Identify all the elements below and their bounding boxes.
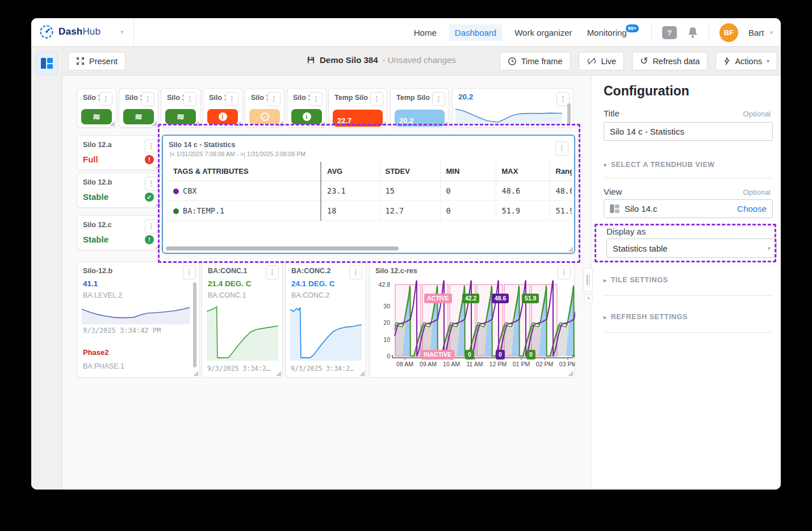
resize-handle[interactable]	[152, 121, 157, 126]
resize-handle[interactable]	[568, 246, 573, 252]
tile-menu-button[interactable]: ⋮	[370, 92, 383, 106]
tile-menu-button[interactable]: ⋮	[225, 92, 238, 106]
resize-handle[interactable]	[568, 371, 573, 376]
time-frame-button[interactable]: Time frame	[500, 52, 571, 70]
resize-handle[interactable]	[155, 164, 160, 169]
nav-item-work-organizer[interactable]: Work organizer	[512, 24, 574, 41]
nav-divider	[709, 25, 709, 40]
section-select-trendhub-view[interactable]: ▾SELECT A TRENDHUB VIEW	[604, 161, 715, 169]
actions-button[interactable]: Actions ▾	[715, 52, 777, 70]
tile-menu-button[interactable]: ⋮	[145, 139, 158, 153]
svg-text:0: 0	[387, 353, 390, 359]
tile-silo-12c-res[interactable]: Silo 12.c-res ⋮ 42.8302010008 AM09 AM10 …	[369, 261, 575, 378]
status-text: Stable	[83, 235, 108, 244]
tile-menu-button[interactable]: ⋮	[145, 177, 158, 191]
tile-silo-4[interactable]: Silo 1 ⋮ i	[203, 88, 242, 128]
resize-handle[interactable]	[380, 121, 386, 126]
tile-silo-12c[interactable]: Silo 12.c ⋮ Stable !	[77, 215, 162, 250]
panel-resize-handle[interactable]	[583, 268, 593, 292]
tile-ba-conc-2[interactable]: BA:CONC.2 ⋮ 24.1 DEG. C BA:CONC.2 9/3/20…	[285, 261, 366, 378]
chevron-right-icon: ▸	[604, 277, 607, 283]
tile-title: Silo 12.b	[83, 178, 112, 186]
tile-menu-button[interactable]: ⋮	[432, 92, 445, 106]
resize-handle[interactable]	[276, 371, 281, 376]
tile-value: 24.1 DEG. C	[291, 279, 335, 288]
view-field[interactable]: Silo 14.c Choose	[604, 199, 773, 218]
svg-text:10 AM: 10 AM	[443, 361, 460, 367]
sidebar-item-dashboards[interactable]	[36, 51, 58, 75]
nav-item-dashboard[interactable]: Dashboard	[449, 24, 502, 41]
brand-logo[interactable]: DashHub ▾	[39, 24, 124, 40]
resize-handle[interactable]	[193, 371, 198, 376]
section-tile-settings[interactable]: ▸TILE SETTINGS	[604, 276, 668, 284]
user-chevron-down-icon[interactable]: ▾	[769, 29, 773, 36]
resize-handle[interactable]	[359, 371, 365, 376]
panel-close-button[interactable]: ×	[584, 294, 593, 303]
resize-handle[interactable]	[236, 121, 241, 126]
tile-scrollbar[interactable]	[193, 282, 196, 367]
resize-handle[interactable]	[155, 244, 160, 249]
tile-silo-5[interactable]: Silo 1 ⋮ ✓	[245, 88, 284, 128]
tile-silo-12a[interactable]: Silo 12.a ⋮ Full !	[77, 135, 162, 170]
tile-menu-button[interactable]: ⋮	[309, 92, 323, 106]
svg-text:30: 30	[383, 303, 390, 310]
tile-temp-silo-1[interactable]: Temp Silo 1 ⋮ 22.7	[328, 88, 387, 128]
tile-menu-button[interactable]: ⋮	[349, 265, 362, 279]
tile-silo-1[interactable]: Silo 1 ⋮ ≋	[77, 88, 116, 128]
tile-silo-12b-detail[interactable]: Silo-12.b ⋮ 41.1 BA:LEVEL.2 9/3/2025 3:3…	[77, 261, 200, 378]
tile-trend-20-2[interactable]: 20.2 ⋮	[452, 88, 574, 128]
tile-temp-silo-2[interactable]: Temp Silo 2 ⋮ 20.2	[390, 88, 449, 128]
live-button[interactable]: Live	[579, 52, 625, 70]
chevron-right-icon: ▸	[604, 314, 607, 320]
display-as-select[interactable]: Statistics table ▾	[606, 239, 777, 258]
resize-handle[interactable]	[194, 121, 199, 126]
brand-chevron-down-icon[interactable]: ▾	[120, 28, 124, 36]
nav-divider	[651, 25, 652, 40]
column-header: TAGS & ATTRIBUTES	[166, 162, 321, 181]
tile-scrollbar[interactable]	[567, 103, 571, 125]
resize-handle[interactable]	[320, 121, 325, 126]
resize-handle[interactable]	[155, 201, 160, 206]
tile-title: BA:CONC.2	[291, 267, 330, 275]
monitoring-count-badge: 99+	[626, 24, 639, 32]
tile-silo-3[interactable]: Silo 1 ⋮ ≋	[161, 88, 200, 128]
title-input[interactable]	[604, 122, 773, 141]
tile-silo-12b[interactable]: Silo 12.b ⋮ Stable ✓	[77, 173, 162, 208]
tile-menu-button[interactable]: ⋮	[99, 92, 112, 106]
tile-menu-button[interactable]: ⋮	[183, 265, 196, 279]
value-pill: 22.7	[333, 110, 383, 127]
tile-statistics[interactable]: Silo 14 c - Statistics |< 1/31/2025 7:08…	[162, 135, 575, 254]
tile-silo-6[interactable]: Silo 1 ⋮ i	[287, 88, 327, 128]
tile-menu-button[interactable]: ⋮	[555, 141, 568, 156]
bell-icon[interactable]	[687, 26, 698, 39]
resize-handle[interactable]	[110, 121, 115, 126]
help-icon[interactable]: ?	[662, 26, 677, 39]
sparkline-chart	[207, 303, 278, 361]
tile-title: Silo 14 c - Statistics	[169, 141, 235, 149]
nav-item-home[interactable]: Home	[412, 24, 439, 41]
refresh-data-button[interactable]: ↺ Refresh data	[632, 52, 708, 70]
save-icon[interactable]	[307, 56, 315, 64]
tile-menu-button[interactable]: ⋮	[141, 92, 154, 106]
tile-ba-conc-1[interactable]: BA:CONC.1 ⋮ 21.4 DEG. C BA:CONC.1 9/3/20…	[202, 261, 283, 378]
tile-menu-button[interactable]: ⋮	[183, 92, 196, 106]
tile-menu-button[interactable]: ⋮	[267, 92, 281, 106]
info-icon: i	[303, 112, 311, 121]
tile-menu-button[interactable]: ⋮	[145, 219, 158, 233]
tile-menu-button[interactable]: ⋮	[266, 265, 279, 279]
choose-view-link[interactable]: Choose	[737, 204, 767, 214]
alert-icon: !	[145, 235, 154, 244]
resize-handle[interactable]	[278, 121, 283, 126]
present-button[interactable]: Present	[68, 52, 125, 70]
tile-silo-2[interactable]: Silo 1 ⋮ ≋	[119, 88, 158, 128]
horizontal-scrollbar[interactable]	[166, 246, 399, 250]
resize-handle[interactable]	[442, 121, 447, 126]
left-sidebar	[31, 47, 62, 490]
nav-item-monitoring[interactable]: Monitoring99+	[585, 24, 641, 41]
user-avatar[interactable]: BF	[719, 23, 738, 42]
svg-text:08 AM: 08 AM	[396, 361, 413, 367]
user-name[interactable]: Bart	[748, 28, 764, 37]
status-pill: ≋	[81, 109, 112, 124]
table-header-row: TAGS & ATTRIBUTES AVG STDEV MIN MAX Rang…	[166, 162, 572, 181]
section-refresh-settings[interactable]: ▸REFRESH SETTINGS	[604, 313, 688, 321]
